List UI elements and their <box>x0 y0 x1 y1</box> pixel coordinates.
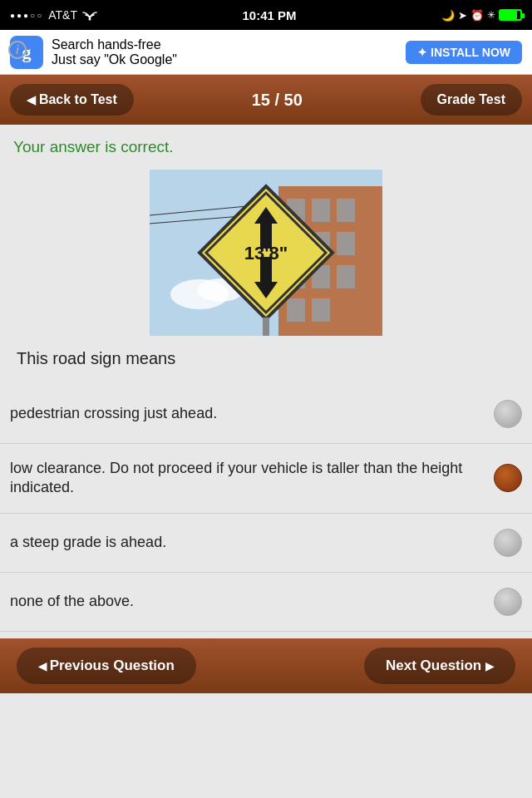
svg-rect-23 <box>263 318 269 336</box>
answer-text-4: none of the above. <box>10 592 494 611</box>
grade-test-button[interactable]: Grade Test <box>421 84 522 116</box>
bluetooth-icon: ✳ <box>487 9 495 21</box>
previous-question-button[interactable]: Previous Question <box>17 648 196 684</box>
radio-button-2[interactable] <box>494 464 522 492</box>
answer-text-2: low clearance. Do not proceed if your ve… <box>10 459 494 498</box>
question-counter: 15 / 50 <box>252 91 303 110</box>
moon-icon: 🌙 <box>441 9 455 22</box>
radio-button-4[interactable] <box>494 588 522 616</box>
svg-text:13'8": 13'8" <box>244 243 288 264</box>
location-icon: ➤ <box>458 9 467 22</box>
answers-container: pedestrian crossing just ahead. low clea… <box>0 385 532 632</box>
sign-image-container: 13'8" <box>13 170 519 336</box>
wifi-icon <box>82 9 97 21</box>
svg-rect-14 <box>287 298 305 322</box>
correct-message: Your answer is correct. <box>13 138 519 156</box>
answer-row[interactable]: none of the above. <box>0 573 532 632</box>
svg-rect-6 <box>312 199 330 222</box>
alarm-icon: ⏰ <box>470 9 484 22</box>
answer-text-1: pedestrian crossing just ahead. <box>10 404 494 423</box>
ad-subtitle: Just say "Ok Google" <box>52 52 177 67</box>
answer-row[interactable]: a steep grade is ahead. <box>0 514 532 573</box>
answer-row[interactable]: low clearance. Do not proceed if your ve… <box>0 444 532 514</box>
ad-text-block: Search hands-free Just say "Ok Google" <box>52 37 177 67</box>
nav-bar: Back to Test 15 / 50 Grade Test <box>0 75 532 125</box>
svg-rect-13 <box>337 265 355 288</box>
back-to-test-button[interactable]: Back to Test <box>10 84 134 116</box>
status-left: ●●●○○ AT&T <box>10 8 97 22</box>
svg-point-0 <box>88 18 91 21</box>
svg-rect-7 <box>337 199 355 222</box>
battery-icon <box>499 9 522 21</box>
bottom-nav: Previous Question Next Question <box>0 638 532 693</box>
answer-text-3: a steep grade is ahead. <box>10 533 494 552</box>
ad-left: g Search hands-free Just say "Ok Google" <box>10 36 177 69</box>
status-bar: ●●●○○ AT&T 10:41 PM 🌙 ➤ ⏰ ✳ <box>0 0 532 30</box>
ad-banner: g Search hands-free Just say "Ok Google"… <box>0 30 532 75</box>
status-time: 10:41 PM <box>242 8 296 22</box>
install-button[interactable]: ✦ INSTALL NOW <box>406 41 522 64</box>
next-question-button[interactable]: Next Question <box>364 648 515 684</box>
svg-rect-10 <box>337 232 355 255</box>
question-text: This road sign means <box>13 349 519 368</box>
content-area: Your answer is correct. <box>0 125 532 368</box>
road-sign-image: 13'8" <box>150 170 382 336</box>
radio-button-3[interactable] <box>494 529 522 557</box>
svg-rect-15 <box>312 298 330 322</box>
radio-button-1[interactable] <box>494 400 522 428</box>
carrier-label: AT&T <box>48 8 77 22</box>
answer-row[interactable]: pedestrian crossing just ahead. <box>0 385 532 444</box>
info-icon[interactable]: i <box>8 41 27 59</box>
signal-dots: ●●●○○ <box>10 11 43 20</box>
status-right: 🌙 ➤ ⏰ ✳ <box>441 9 522 22</box>
ad-title: Search hands-free <box>52 37 177 52</box>
